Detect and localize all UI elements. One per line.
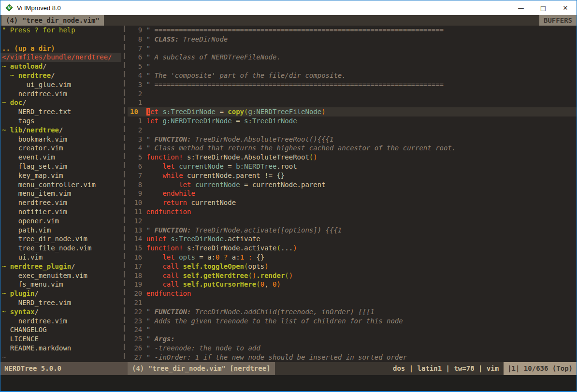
tree-item[interactable]: tags (2, 116, 121, 126)
tree-item[interactable]: tree_dir_node.vim (2, 234, 121, 244)
code-line[interactable]: 7" (130, 44, 577, 53)
code-line[interactable]: 2 (130, 89, 577, 99)
code-line[interactable]: 4" Class method that returns the highest… (130, 144, 577, 153)
tree-item[interactable]: event.vim (2, 153, 121, 162)
code-line[interactable]: 12 (130, 217, 577, 226)
code-line[interactable]: 11endfunction (130, 207, 577, 217)
code-line[interactable]: 5function! s:TreeDirNode.AbsoluteTreeRoo… (130, 153, 577, 162)
code-token: ) (264, 262, 268, 270)
tree-item[interactable]: ~ autoload/ (2, 62, 121, 71)
code-token: CHANGELOG (2, 326, 47, 334)
code-line[interactable]: 3" FUNCTION: TreeDirNode.AbsoluteTreeRoo… (130, 135, 577, 144)
tree-item[interactable]: ~ doc/ (2, 98, 121, 107)
code-line[interactable]: 19 call self.putCursorHere(0, 0) (130, 280, 577, 289)
line-number: 7 (130, 171, 142, 180)
code-line[interactable]: 27" -inOrder: 1 if the new node should b… (130, 353, 577, 362)
code-line[interactable]: 7 while currentNode.parent != {} (130, 171, 577, 180)
code-token (146, 162, 163, 170)
tree-item[interactable]: creator.vim (2, 144, 121, 153)
code-line[interactable]: 8" CLASS: TreeDirNode (130, 35, 577, 44)
code-line[interactable]: 5" (130, 62, 577, 71)
minimize-button[interactable]: — (510, 0, 532, 15)
tree-item[interactable]: bookmark.vim (2, 135, 121, 144)
tree-item[interactable]: ui.vim (2, 253, 121, 262)
tree-item[interactable]: menu_controller.vim (2, 180, 121, 189)
line-number: 22 (130, 307, 142, 317)
window-separator[interactable] (121, 26, 128, 362)
tree-item[interactable]: fs_menu.vim (2, 280, 121, 289)
code-line[interactable]: 8 let currentNode = currentNode.parent (130, 180, 577, 189)
line-number: 16 (130, 253, 142, 262)
code-line[interactable]: 14unlet s:TreeDirNode.activate (130, 234, 577, 244)
tree-item[interactable]: ~ (2, 353, 121, 362)
code-line[interactable]: 23" Adds the given treenode to the list … (130, 317, 577, 326)
code-line[interactable]: 18 call self.getNerdtree().render() (130, 271, 577, 280)
tree-item[interactable]: nerdtree.vim (2, 317, 121, 326)
code-token: opener.vim (2, 217, 59, 225)
tree-item[interactable]: NERD_tree.vim (2, 298, 121, 307)
tree-item[interactable]: .. (up a dir) (2, 44, 121, 53)
window-controls: — □ ✕ (510, 0, 577, 15)
code-line[interactable]: 3" =====================================… (130, 80, 577, 89)
tree-item[interactable]: ~ syntax/ (2, 307, 121, 317)
tree-item[interactable]: nerdtree.vim (2, 89, 121, 99)
code-line[interactable]: 6 let currentNode = b:NERDTree.root (130, 162, 577, 171)
tree-item[interactable]: ~ nerdtree/ (2, 71, 121, 80)
code-line[interactable]: 16 let opts = a:0 ? a:1 : {} (130, 253, 577, 262)
tree-item[interactable]: ~ nerdtree_plugin/ (2, 262, 121, 271)
code-line[interactable]: 25" Args: (130, 334, 577, 344)
code-line[interactable]: 22" FUNCTION: TreeDirNode.addChild(treen… (130, 307, 577, 317)
code-line[interactable]: 9 endwhile (130, 189, 577, 198)
tree-item[interactable]: tree_file_node.vim (2, 244, 121, 253)
code-token: nerdtree (18, 72, 51, 79)
tree-item[interactable]: notifier.vim (2, 207, 121, 217)
tree-item[interactable]: NERD_tree.txt (2, 107, 121, 116)
tree-item[interactable]: ~ lib/nerdtree/ (2, 126, 121, 135)
code-line[interactable]: 2 (130, 126, 577, 135)
tab-tree-dir-node[interactable]: (4) "tree_dir_node.vim" (1, 15, 104, 26)
line-number: 7 (130, 44, 142, 53)
code-line[interactable]: 20endfunction (130, 289, 577, 298)
code-token: " Class method that returns the highest … (146, 144, 456, 152)
code-line[interactable]: 1 (130, 98, 577, 107)
maximize-button[interactable]: □ (532, 0, 554, 15)
code-line[interactable]: 10let s:TreeDirNode = copy(g:NERDTreeFil… (128, 107, 577, 116)
code-line[interactable]: 1let g:NERDTreeDirNode = s:TreeDirNode (130, 116, 577, 126)
code-line[interactable]: 21 (130, 298, 577, 307)
tree-item[interactable]: opener.vim (2, 217, 121, 226)
code-line[interactable]: 9" =====================================… (130, 26, 577, 35)
tree-item[interactable]: flag_set.vim (2, 162, 121, 171)
line-number: 5 (130, 62, 142, 71)
code-token: FUNCTION: (155, 226, 191, 234)
cursor-position: |1| 10/636 (Top) (504, 362, 577, 375)
code-line[interactable]: 24" (130, 325, 577, 334)
tree-item[interactable] (2, 35, 121, 44)
code-token: endwhile (162, 189, 195, 197)
code-line[interactable]: 13" FUNCTION: TreeDirNode.activate([opti… (130, 226, 577, 235)
code-token: : (244, 253, 256, 261)
tree-item[interactable]: path.vim (2, 226, 121, 235)
tree-item[interactable]: nerdtree.vim (2, 198, 121, 207)
code-line[interactable]: 26" -treenode: the node to add (130, 344, 577, 353)
code-line[interactable]: 4" The 'composite' part of the file/dir … (130, 71, 577, 80)
tree-item[interactable]: key_map.vim (2, 171, 121, 180)
tree-item[interactable]: CHANGELOG (2, 325, 121, 334)
tree-item[interactable]: LICENCE (2, 334, 121, 344)
tree-item[interactable]: exec_menuitem.vim (2, 271, 121, 280)
code-line[interactable]: 15function! s:TreeDirNode.activate(...) (130, 244, 577, 253)
code-token: key_map.vim (2, 172, 63, 179)
nerdtree-root-item[interactable]: </vimfiles/bundle/nerdtree/ (0, 53, 121, 62)
close-button[interactable]: ✕ (554, 0, 577, 15)
tree-item[interactable]: menu_item.vim (2, 189, 121, 198)
line-number: 19 (130, 280, 142, 289)
tree-item[interactable]: ui_glue.vim (2, 80, 121, 89)
tree-item[interactable]: ~ plugin/ (2, 289, 121, 298)
code-line[interactable]: 6" A subclass of NERDTreeFileNode. (130, 53, 577, 62)
code-token: README.markdown (2, 344, 71, 352)
code-line[interactable]: 10 return currentNode (130, 198, 577, 207)
code-line[interactable]: 17 call self.toggleOpen(opts) (130, 262, 577, 271)
tree-item[interactable]: " Press ? for help (2, 26, 121, 35)
command-line[interactable] (0, 375, 577, 391)
code-token: " (146, 226, 155, 234)
tree-item[interactable]: README.markdown (2, 344, 121, 353)
